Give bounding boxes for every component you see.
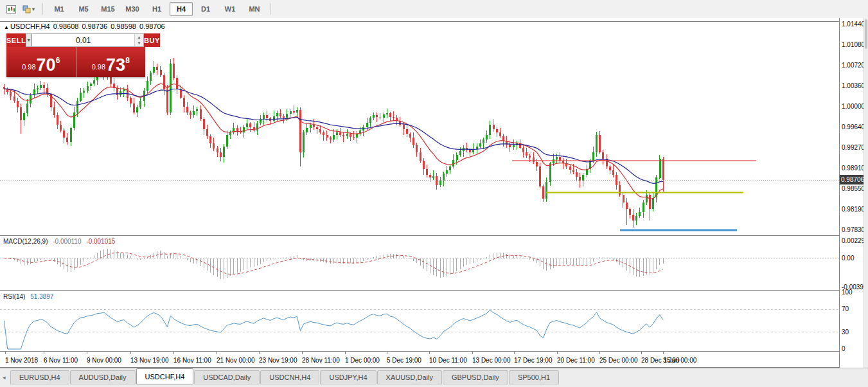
buy-price-big: 73 [106, 57, 125, 73]
ohlc-high: 0.98736 [82, 22, 107, 30]
buy-price-display[interactable]: 0.98 73 8 [76, 47, 146, 77]
time-axis-label: 25 Dec 00:00 [599, 357, 638, 364]
tab-usdcad-daily[interactable]: USDCAD,Daily [194, 370, 260, 384]
buy-price-pipette: 8 [125, 56, 130, 65]
price-axis[interactable]: 0.98706 1.014401.010801.007201.003601.00… [839, 18, 864, 368]
macd-name: MACD(12,26,9) [3, 238, 48, 245]
timeframe-toolbar: M1M5M15M30H1H4D1W1MN [48, 2, 266, 16]
time-axis-label: 20 Dec 11:00 [557, 357, 595, 364]
time-axis-label: 13 Nov 19:00 [130, 357, 169, 364]
timeframe-button-m1[interactable]: M1 [48, 2, 71, 16]
trade-prices-row: 0.98 70 6 0.98 73 8 [6, 47, 145, 77]
toolbar-separator [42, 3, 43, 15]
macd-main-value: -0.000110 [53, 238, 81, 245]
time-axis-label: 1 Dec 00:00 [345, 357, 380, 364]
symbol-ohlc-line: ▲USDCHF,H40.986080.987360.985980.98706 [4, 22, 168, 30]
price-axis-label: 1.01440 [842, 21, 865, 28]
rsi-axis-label: 100 [842, 289, 853, 296]
timeframe-button-mn[interactable]: MN [243, 2, 266, 16]
current-price-badge: 0.98706 [840, 175, 864, 184]
tab-usdjpy-h4[interactable]: USDJPY,H4 [320, 370, 376, 384]
chart-region[interactable]: ▲USDCHF,H40.986080.987360.985980.98706 S… [0, 18, 868, 368]
time-axis-label: 5 Dec 19:00 [387, 357, 421, 364]
tab-usdcnh-h4[interactable]: USDCNH,H4 [260, 370, 319, 384]
timeframe-button-m15[interactable]: M15 [96, 2, 120, 16]
time-axis-label: 17 Dec 19:00 [514, 357, 553, 364]
volume-increase-button[interactable]: ▲ [135, 34, 143, 40]
price-axis-label: 0.98550 [842, 185, 865, 192]
collapse-arrow-icon[interactable]: ▲ [4, 24, 9, 30]
mt4-terminal: ▾ M1M5M15M30H1H4D1W1MN ▲USDCHF,H40.98608… [0, 0, 868, 387]
chart-tabs: EURUSD,H4AUDUSD,DailyUSDCHF,H4USDCAD,Dai… [10, 368, 560, 384]
tab-xauusd-daily[interactable]: XAUUSD,Daily [377, 370, 442, 384]
timeframe-button-w1[interactable]: W1 [218, 2, 242, 16]
price-axis-label: 0.97830 [842, 226, 865, 233]
chevron-down-icon: ▾ [32, 6, 35, 12]
time-axis-label: 28 Nov 11:00 [302, 357, 340, 364]
scrollbar-thumb[interactable] [865, 19, 867, 49]
indicators-button[interactable]: ▾ [19, 1, 38, 17]
time-axis-label: 9 Nov 00:00 [87, 357, 121, 364]
price-axis-label: 1.00720 [842, 62, 865, 69]
price-axis-label: 0.98190 [842, 206, 865, 213]
time-axis-label: 13 Dec 00:00 [472, 357, 511, 364]
ohlc-low: 0.98598 [111, 22, 136, 30]
rsi-value: 51.3897 [30, 293, 53, 300]
time-axis-label: 21 Nov 00:00 [217, 357, 255, 364]
time-axis-label: 3 Jan 00:00 [663, 357, 696, 364]
chart-tab-bar: ◂ EURUSD,H4AUDUSD,DailyUSDCHF,H4USDCAD,D… [0, 368, 868, 387]
macd-axis-label: 0.00 [842, 255, 854, 262]
sell-price-prefix: 0.98 [22, 63, 35, 71]
buy-button[interactable]: BUY [144, 33, 160, 47]
macd-histogram [4, 249, 664, 279]
ohlc-close: 0.98706 [139, 22, 165, 30]
layers-icon [22, 5, 31, 14]
tab-audusd-daily[interactable]: AUDUSD,Daily [70, 370, 136, 384]
timeframe-button-h1[interactable]: H1 [145, 2, 168, 16]
one-click-trading-panel: SELL ▼ ▲ ▼ BUY 0.98 70 6 [6, 33, 145, 77]
rsi-axis-label: 30 [842, 328, 849, 336]
price-axis-label: 1.00360 [842, 82, 865, 89]
time-axis-label: 23 Nov 19:00 [259, 357, 297, 364]
time-axis-label: 16 Nov 11:00 [173, 357, 211, 364]
toolbar-separator [270, 3, 271, 15]
volume-dropdown-button[interactable]: ▼ [26, 33, 31, 47]
sell-price-display[interactable]: 0.98 70 6 [6, 47, 76, 77]
price-axis-label: 0.98910 [842, 165, 865, 172]
rsi-name: RSI(14) [3, 293, 25, 300]
timeframe-button-m5[interactable]: M5 [72, 2, 95, 16]
tab-sp500-h1[interactable]: SP500,H1 [509, 370, 559, 384]
trade-controls-row: SELL ▼ ▲ ▼ BUY [6, 33, 145, 47]
macd-indicator-label: MACD(12,26,9) -0.000110 -0.001015 [3, 238, 115, 245]
candles-group [3, 58, 664, 227]
timeframe-button-h4[interactable]: H4 [170, 2, 193, 16]
symbol-name: USDCHF,H4 [10, 22, 50, 30]
tab-usdchf-h4[interactable]: USDCHF,H4 [136, 368, 194, 384]
chart-window-button[interactable] [3, 1, 19, 17]
sell-button[interactable]: SELL [6, 33, 26, 47]
price-axis-label: 1.00000 [842, 103, 865, 110]
volume-field-wrap: ▲ ▼ [31, 33, 144, 47]
time-axis-label: 10 Dec 11:00 [429, 357, 467, 364]
time-axis-label: 6 Nov 11:00 [44, 357, 78, 364]
time-axis-label: 1 Nov 2018 [5, 357, 38, 364]
tab-eurusd-h4[interactable]: EURUSD,H4 [10, 370, 69, 384]
toolbar: ▾ M1M5M15M30H1H4D1W1MN [0, 0, 868, 19]
rsi-axis-label: 0 [842, 345, 846, 352]
chevron-down-icon: ▼ [26, 38, 31, 42]
sell-price-pipette: 6 [56, 56, 60, 65]
price-axis-label: 0.99640 [842, 123, 865, 130]
sell-price-big: 70 [37, 57, 56, 73]
macd-signal-value: -0.001015 [86, 238, 115, 245]
rsi-line [4, 310, 664, 349]
rsi-axis-label: 70 [842, 305, 849, 312]
tab-gbpusd-daily[interactable]: GBPUSD,Daily [443, 370, 508, 384]
vertical-scrollbar[interactable] [864, 18, 868, 368]
tab-scroll-left-icon[interactable]: ◂ [3, 374, 6, 381]
volume-decrease-button[interactable]: ▼ [135, 40, 143, 47]
time-axis[interactable]: 1 Nov 20186 Nov 11:009 Nov 00:0013 Nov 1… [0, 352, 839, 367]
timeframe-button-d1[interactable]: D1 [194, 2, 217, 16]
timeframe-button-m30[interactable]: M30 [121, 2, 144, 16]
ohlc-open: 0.98608 [53, 22, 79, 30]
volume-input[interactable] [32, 34, 134, 46]
